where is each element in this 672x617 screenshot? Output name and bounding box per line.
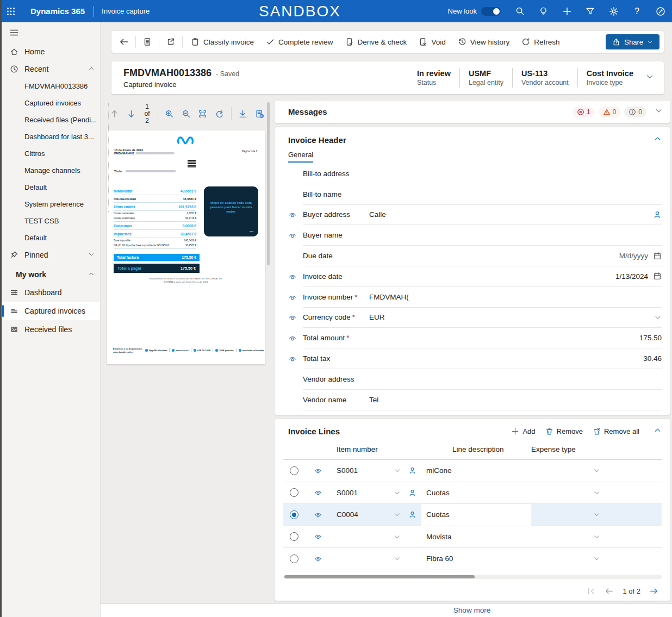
- collapse-chevron-up-icon[interactable]: [654, 426, 662, 437]
- person-lookup-icon[interactable]: [403, 466, 421, 475]
- settings-gear-icon[interactable]: [605, 3, 622, 20]
- chevron-down-icon[interactable]: [654, 314, 662, 321]
- previous-page-icon[interactable]: [605, 587, 614, 596]
- feedback-icon[interactable]: [652, 3, 669, 20]
- view-on-document-icon[interactable]: [305, 510, 331, 519]
- row-radio[interactable]: [290, 466, 298, 475]
- back-button[interactable]: [115, 34, 133, 50]
- open-in-new-window-button[interactable]: [161, 34, 180, 50]
- complete-review-button[interactable]: Complete review: [260, 34, 339, 50]
- invoice-line-row-selected[interactable]: C0004 Cuotas: [283, 504, 662, 526]
- chevron-up-icon[interactable]: [88, 65, 95, 73]
- expense-type-dropdown[interactable]: [531, 548, 662, 570]
- view-on-document-icon[interactable]: [283, 328, 303, 348]
- refresh-button[interactable]: Refresh: [515, 34, 565, 50]
- person-lookup-icon[interactable]: [403, 489, 421, 497]
- sidebar-item-dashboard[interactable]: Dashboard: [2, 283, 100, 302]
- app-name[interactable]: Invoice capture: [102, 7, 150, 15]
- chevron-up-icon[interactable]: [88, 270, 95, 279]
- derive-and-check-button[interactable]: Derive & check: [339, 34, 413, 50]
- chevron-down-icon[interactable]: [391, 511, 403, 518]
- calendar-icon[interactable]: [653, 272, 662, 281]
- recent-item[interactable]: Manage channels: [2, 162, 100, 179]
- view-on-document-icon[interactable]: [305, 466, 331, 475]
- sidebar-item-captured-invoices[interactable]: Captured invoices: [2, 302, 100, 320]
- view-on-document-icon[interactable]: [305, 488, 331, 497]
- next-page-button[interactable]: [126, 107, 137, 121]
- expense-type-dropdown[interactable]: [531, 482, 662, 504]
- invoice-line-row[interactable]: Fibra 60: [283, 548, 662, 570]
- recent-item[interactable]: Cittros: [2, 145, 100, 162]
- recent-item[interactable]: Captured invoices: [2, 95, 100, 111]
- error-count-badge[interactable]: 1: [573, 107, 595, 117]
- line-description-cell[interactable]: Movista: [421, 526, 531, 548]
- chevron-down-icon[interactable]: [645, 72, 654, 83]
- recent-item[interactable]: Default: [2, 229, 100, 246]
- line-description-cell[interactable]: Cuotas: [421, 482, 531, 504]
- expense-type-dropdown[interactable]: [531, 460, 662, 482]
- share-button[interactable]: Share: [606, 34, 659, 49]
- zoom-in-icon[interactable]: [164, 107, 175, 121]
- remove-line-button[interactable]: Remove: [545, 427, 583, 435]
- next-page-icon[interactable]: [649, 587, 658, 596]
- lightbulb-icon[interactable]: [535, 3, 552, 20]
- recent-item[interactable]: Dashboard for last 3...: [2, 128, 100, 145]
- row-radio-selected[interactable]: [290, 510, 298, 519]
- view-on-document-icon[interactable]: [283, 266, 303, 287]
- sidebar-item-pinned[interactable]: Pinned: [2, 246, 100, 264]
- lines-horizontal-scrollbar[interactable]: [284, 575, 662, 579]
- line-description-cell[interactable]: Fibra 60: [421, 548, 531, 570]
- classify-invoice-button[interactable]: Classify invoice: [185, 34, 260, 50]
- sidebar-section-my-work[interactable]: My work: [2, 266, 100, 283]
- info-count-badge[interactable]: 0: [624, 107, 646, 117]
- view-on-document-icon[interactable]: [305, 532, 331, 541]
- zoom-out-icon[interactable]: [181, 107, 191, 121]
- preview-vertical-scrollbar[interactable]: [267, 101, 270, 614]
- expense-type-dropdown[interactable]: [531, 526, 662, 548]
- invoice-line-row[interactable]: S0001 Cuotas: [283, 482, 662, 504]
- view-on-document-icon[interactable]: [305, 554, 331, 563]
- invoice-line-row[interactable]: S0001 miCone: [283, 460, 662, 482]
- view-on-document-icon[interactable]: [283, 287, 303, 308]
- item-number-cell[interactable]: S0001: [331, 489, 391, 497]
- view-on-document-icon[interactable]: [283, 225, 303, 246]
- row-radio[interactable]: [290, 554, 298, 563]
- sidebar-item-home[interactable]: Home: [2, 43, 100, 60]
- brand-title[interactable]: Dynamics 365: [30, 7, 85, 16]
- expense-type-dropdown[interactable]: [531, 504, 662, 526]
- person-lookup-icon[interactable]: [403, 510, 421, 519]
- view-on-document-icon[interactable]: [283, 308, 303, 328]
- new-look-toggle[interactable]: [481, 7, 501, 16]
- void-button[interactable]: Void: [413, 34, 451, 50]
- search-icon[interactable]: [512, 3, 528, 20]
- line-description-cell[interactable]: miCone: [421, 460, 531, 482]
- recent-item[interactable]: Received files (Pendi...: [2, 111, 100, 128]
- warning-count-badge[interactable]: 0: [599, 107, 621, 117]
- add-line-button[interactable]: Add: [511, 427, 535, 435]
- chevron-down-icon[interactable]: [391, 467, 403, 474]
- chevron-down-icon[interactable]: [391, 489, 403, 496]
- export-document-icon[interactable]: [254, 107, 265, 121]
- download-icon[interactable]: [237, 107, 248, 121]
- recent-item[interactable]: TEST CSB: [2, 213, 100, 229]
- app-launcher-icon[interactable]: [0, 0, 22, 22]
- calendar-icon[interactable]: [653, 252, 662, 260]
- hamburger-menu-icon[interactable]: [2, 22, 100, 43]
- line-description-cell[interactable]: Cuotas: [421, 504, 531, 526]
- row-radio[interactable]: [290, 488, 298, 497]
- recent-item[interactable]: FMDVMAH0013386: [2, 78, 100, 95]
- add-icon[interactable]: [558, 3, 575, 20]
- row-radio[interactable]: [290, 532, 298, 541]
- chevron-down-icon[interactable]: [391, 555, 403, 562]
- filter-icon[interactable]: [582, 3, 599, 20]
- invoice-line-row[interactable]: Movista: [283, 526, 662, 549]
- fit-to-page-icon[interactable]: [197, 107, 208, 121]
- show-more-link[interactable]: Show more: [453, 606, 490, 614]
- recent-item[interactable]: System preference: [2, 196, 100, 213]
- sidebar-item-recent[interactable]: Recent: [2, 60, 100, 78]
- view-on-document-icon[interactable]: [283, 205, 303, 226]
- rotate-icon[interactable]: [214, 107, 225, 121]
- help-icon[interactable]: ?: [629, 3, 645, 20]
- chevron-down-icon[interactable]: [655, 107, 663, 117]
- document-view-button[interactable]: [138, 34, 157, 50]
